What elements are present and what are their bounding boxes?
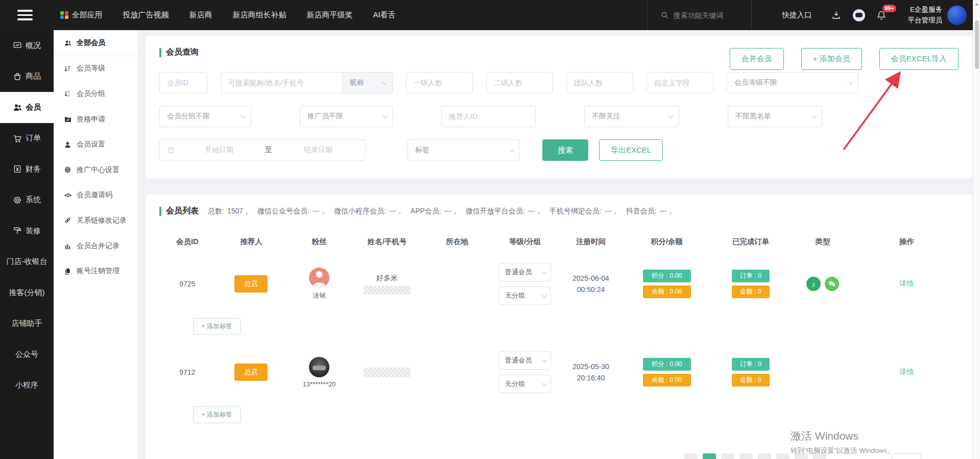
submenu-all-members[interactable]: 全部会员 [54,31,138,56]
submenu-promotion-center-settings[interactable]: 推广中心设置 [54,157,138,183]
keyword-input[interactable] [221,72,343,93]
sidebar-item-members[interactable]: 会员 [0,92,54,123]
submenu-member-level[interactable]: 会员等级 [54,56,138,82]
merge-members-button[interactable]: 合并会员 [730,48,784,70]
sidebar-item-label: 订单 [26,133,41,143]
custom-field-input[interactable] [647,72,713,93]
submenu-label: 账号注销管理 [77,267,119,276]
hamburger-menu-icon[interactable] [17,10,33,20]
topbar-menu-all-apps[interactable]: 全部应用 [50,0,113,30]
promoter-select[interactable]: 推广员不限 [300,106,393,127]
topbar-menu-level-award[interactable]: 新店商平级奖 [297,0,363,30]
sidebar-item-promoter-distribution[interactable]: 推客(分销) [0,277,54,308]
quick-entry-link[interactable]: 快捷入口 [752,10,825,20]
sidebar-item-system[interactable]: 系统 [0,185,54,216]
add-member-button[interactable]: + 添加会员 [801,48,862,70]
submenu-account-cancellation[interactable]: 账号注销管理 [54,258,138,284]
submenu-member-invite-code[interactable]: </> 会员邀请码 [54,183,138,208]
tag-select[interactable]: 标签 [408,139,520,161]
submenu-member-settings[interactable]: 会员设置 [54,132,138,157]
fan-avatar[interactable] [309,357,329,377]
group-select[interactable]: 无分组 [499,375,551,393]
sidebar-item-mini-program[interactable]: 小程序 [0,370,54,401]
submenu-qualification-apply[interactable]: 资格申请 [54,107,138,132]
search-input[interactable] [674,11,739,19]
referrer-id-input[interactable] [441,106,536,127]
vertical-scrollbar[interactable] [973,0,980,459]
page-button-active[interactable] [703,453,716,459]
level2-count-input[interactable] [486,72,553,93]
topbar-menu-ai-tongue[interactable]: AI看舌 [363,0,406,30]
referrer-store-button[interactable]: 总店 [234,275,268,293]
member-excel-import-button[interactable]: 会员EXCEL导入 [879,48,959,70]
page-button[interactable] [684,453,698,459]
sidebar-item-decoration[interactable]: 装修 [0,215,54,247]
clock-icon [167,146,175,154]
detail-link[interactable]: 详情 [899,368,914,377]
add-tag-button[interactable]: + 添加标签 [193,406,241,423]
sidebar-item-finance[interactable]: 财务 [0,154,54,185]
col-completed-orders: 已完成订单 [711,237,791,247]
member-id-input[interactable] [159,72,207,93]
follow-filter-select[interactable]: 不限关注 [584,106,679,127]
notifications-button[interactable]: 99+ [870,0,893,30]
level1-count-input[interactable] [406,72,473,93]
team-count-input[interactable] [566,72,633,93]
col-level-group: 等级/分组 [491,237,559,247]
page-button[interactable] [721,453,734,459]
shopping-bag-icon [13,72,22,81]
assistant-button[interactable] [848,0,870,30]
search-button[interactable]: 搜索 [542,139,588,161]
add-tag-button[interactable]: + 添加标签 [193,318,241,335]
scrollbar-thumb[interactable] [975,20,979,69]
search-icon [660,11,669,19]
keyword-type-select[interactable]: 昵称 [343,72,393,93]
topbar-menu-ad-video[interactable]: 投放广告视频 [113,0,179,30]
account-menu[interactable]: E企盈服务 平台管理员 [893,5,980,25]
page-button[interactable] [776,453,790,459]
sidebar-item-orders[interactable]: 订单 [0,123,54,154]
page-button[interactable] [739,453,753,459]
detail-link[interactable]: 详情 [899,279,914,288]
sidebar-item-store-cashier[interactable]: 门店-收银台 [0,247,54,278]
chevron-down-icon [542,380,547,386]
topbar-menu-new-shop[interactable]: 新店商 [179,0,223,30]
page-button[interactable] [795,453,808,459]
sort-alpha-icon: AZ [63,90,72,98]
sidebar-item-shop-assistant[interactable]: 店铺助手 [0,308,54,340]
submenu-member-group[interactable]: AZ 会员分组 [54,81,138,107]
referrer-store-button[interactable]: 总店 [234,364,268,381]
fan-avatar[interactable] [309,268,329,288]
page-jump-box[interactable] [892,453,921,459]
member-group-select[interactable]: 会员分组不限 [159,106,251,127]
fan-name: 泳铭 [313,291,326,300]
date-range-picker[interactable]: 开始日期 至 结束日期 [159,139,366,161]
download-button[interactable] [825,0,848,30]
sidebar-item-label: 推客(分销) [9,288,45,298]
col-location: 所在地 [423,237,491,247]
file-copy-icon [63,268,72,275]
export-excel-button[interactable]: 导出EXCEL [599,139,663,161]
filter-row-2: 会员分组不限 推广员不限 不限关注 不限黑名单 [159,106,959,127]
level-select[interactable]: 普通会员 [499,351,551,370]
sidebar-item-goods[interactable]: 商品 [0,61,54,92]
blacklist-filter-select[interactable]: 不限黑名单 [728,106,822,127]
date-end-placeholder: 结束日期 [278,146,358,155]
member-level-select[interactable]: 会员等级不限 [727,72,858,93]
users-icon [63,39,72,47]
sidebar-item-overview[interactable]: 概况 [0,30,54,61]
avatar[interactable] [947,6,967,25]
referrer-cell: 总店 [216,275,288,293]
submenu-relation-chain-log[interactable]: 关系链修改记录 [54,208,138,233]
level-select[interactable]: 普通会员 [499,263,551,281]
group-select[interactable]: 无分组 [499,286,551,305]
submenu-member-merge-log[interactable]: 会员合并记录 [54,233,138,259]
user-icon [63,141,72,149]
topbar-search[interactable] [648,0,752,30]
topbar-menu-leader-subsidy[interactable]: 新店商组长补贴 [223,0,297,30]
completed-orders-cell: 订单 : 0 金额 : 0 [711,270,791,298]
page-button[interactable] [758,453,771,459]
sidebar-item-official-account[interactable]: 公众号 [0,339,54,370]
scrollbar-up-arrow[interactable] [975,3,979,6]
page-button[interactable] [813,453,826,459]
